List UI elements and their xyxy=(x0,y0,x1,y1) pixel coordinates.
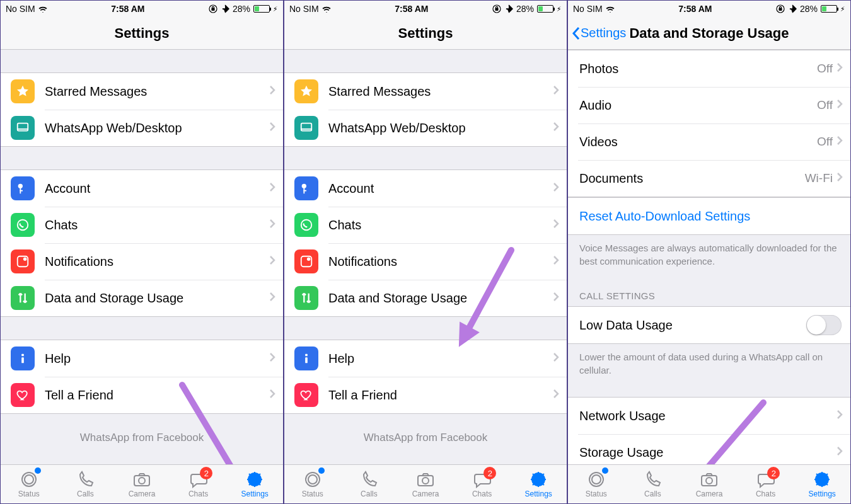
tab-calls[interactable]: Calls xyxy=(57,465,114,503)
row-label: Network Usage xyxy=(579,409,837,423)
svg-point-8 xyxy=(23,258,26,261)
heart-icon xyxy=(11,383,35,407)
settings-group: Account Chats Notifications Data and Sto… xyxy=(1,169,283,317)
location-icon xyxy=(504,4,513,13)
chevron-right-icon xyxy=(269,255,275,268)
chevron-right-icon xyxy=(553,219,559,231)
svg-rect-5 xyxy=(20,190,23,192)
row-label: Low Data Usage xyxy=(579,318,806,333)
tab-settings[interactable]: Settings xyxy=(226,465,283,503)
row-value: Off xyxy=(817,62,833,76)
row-starred-messages[interactable]: Starred Messages xyxy=(1,73,283,110)
svg-point-18 xyxy=(252,477,257,482)
carrier-text: No SIM xyxy=(573,4,603,14)
toggle-switch[interactable] xyxy=(806,315,842,335)
row-data-and-storage-usage[interactable]: Data and Storage Usage xyxy=(284,280,567,316)
row-chats[interactable]: Chats xyxy=(284,207,567,243)
tab-calls[interactable]: Calls xyxy=(341,465,398,503)
settings-icon xyxy=(245,471,265,488)
tab-chats[interactable]: 2 Chats xyxy=(738,465,794,503)
content-area[interactable]: Starred Messages WhatsApp Web/Desktop Ac… xyxy=(1,50,283,464)
settings-group: Help Tell a Friend xyxy=(284,340,567,414)
tab-chats[interactable]: 2 Chats xyxy=(454,465,511,503)
star-icon xyxy=(11,79,35,103)
chevron-right-icon xyxy=(269,122,275,134)
row-chats[interactable]: Chats xyxy=(1,207,283,243)
tab-settings[interactable]: Settings xyxy=(794,465,850,503)
carrier-text: No SIM xyxy=(289,4,319,14)
chevron-right-icon xyxy=(837,99,843,112)
tab-settings[interactable]: Settings xyxy=(510,465,567,503)
key-icon xyxy=(11,176,35,200)
battery-percent: 28% xyxy=(800,4,818,14)
tab-bar: Status Calls Camera 2 Chats Settings xyxy=(568,464,850,503)
row-starred-messages[interactable]: Starred Messages xyxy=(284,73,567,110)
status-bar: No SIM 7:58 AM 28% ⚡︎ xyxy=(1,1,283,17)
row-help[interactable]: Help xyxy=(1,340,283,377)
content-area[interactable]: Photos Off Audio Off Videos Off Document… xyxy=(568,50,850,464)
row-value: Off xyxy=(817,135,833,149)
chevron-right-icon xyxy=(269,389,275,401)
content-area[interactable]: Starred Messages WhatsApp Web/Desktop Ac… xyxy=(284,50,567,464)
row-notifications[interactable]: Notifications xyxy=(284,243,567,280)
svg-point-37 xyxy=(536,477,541,482)
charging-icon: ⚡︎ xyxy=(557,5,562,13)
tab-camera[interactable]: Camera xyxy=(113,465,170,503)
chevron-right-icon xyxy=(553,389,559,401)
row-reset-auto-download-settings[interactable]: Reset Auto-Download Settings xyxy=(568,198,850,234)
tab-status[interactable]: Status xyxy=(284,465,341,503)
battery-percent: 28% xyxy=(516,4,534,14)
row-label: Starred Messages xyxy=(328,84,553,99)
battery-percent: 28% xyxy=(233,4,250,14)
row-network-usage[interactable]: Network Usage xyxy=(568,398,850,434)
settings-group: Reset Auto-Download Settings xyxy=(568,197,850,235)
tab-camera[interactable]: Camera xyxy=(681,465,738,503)
row-low-data-usage[interactable]: Low Data Usage xyxy=(568,307,850,343)
nav-header: Settings xyxy=(284,17,567,50)
row-storage-usage[interactable]: Storage Usage xyxy=(568,434,850,464)
row-videos[interactable]: Videos Off xyxy=(568,123,850,160)
tab-status[interactable]: Status xyxy=(1,465,57,503)
tab-label: Settings xyxy=(241,490,268,498)
row-account[interactable]: Account xyxy=(284,170,567,207)
svg-rect-2 xyxy=(18,123,28,131)
clock-text: 7:58 AM xyxy=(678,4,712,14)
row-audio[interactable]: Audio Off xyxy=(568,87,850,123)
row-photos[interactable]: Photos Off xyxy=(568,50,850,87)
rotation-lock-icon xyxy=(209,4,217,13)
chevron-right-icon xyxy=(553,85,559,98)
chevron-right-icon xyxy=(837,172,843,185)
whatsapp-icon xyxy=(294,213,318,237)
tab-chats[interactable]: 2 Chats xyxy=(170,465,227,503)
row-label: WhatsApp Web/Desktop xyxy=(328,121,553,135)
location-icon xyxy=(788,4,797,13)
back-button[interactable]: Settings xyxy=(572,26,626,40)
row-whatsapp-web-desktop[interactable]: WhatsApp Web/Desktop xyxy=(1,110,283,146)
section-footer: Lower the amount of data used during a W… xyxy=(568,344,850,388)
row-data-and-storage-usage[interactable]: Data and Storage Usage xyxy=(1,280,283,316)
row-notifications[interactable]: Notifications xyxy=(1,243,283,280)
tab-camera[interactable]: Camera xyxy=(397,465,454,503)
settings-group: Account Chats Notifications Data and Sto… xyxy=(284,169,567,317)
svg-rect-1 xyxy=(212,8,214,11)
svg-point-16 xyxy=(139,478,145,484)
tab-calls[interactable]: Calls xyxy=(625,465,681,503)
chevron-right-icon xyxy=(837,410,843,422)
section-gap xyxy=(568,388,850,397)
chevron-right-icon xyxy=(837,135,843,148)
row-documents[interactable]: Documents Wi-Fi xyxy=(568,160,850,197)
svg-rect-29 xyxy=(305,357,308,363)
tab-status[interactable]: Status xyxy=(568,465,625,503)
svg-rect-7 xyxy=(18,256,28,267)
section-gap xyxy=(284,317,567,340)
row-label: Data and Storage Usage xyxy=(45,291,269,306)
page-title: Data and Storage Usage xyxy=(629,25,789,42)
row-label: Chats xyxy=(328,218,553,232)
row-tell-a-friend[interactable]: Tell a Friend xyxy=(1,377,283,413)
row-help[interactable]: Help xyxy=(284,340,567,377)
heart-icon xyxy=(294,383,318,407)
chevron-right-icon xyxy=(553,122,559,134)
row-account[interactable]: Account xyxy=(1,170,283,207)
row-whatsapp-web-desktop[interactable]: WhatsApp Web/Desktop xyxy=(284,110,567,146)
row-tell-a-friend[interactable]: Tell a Friend xyxy=(284,377,567,413)
